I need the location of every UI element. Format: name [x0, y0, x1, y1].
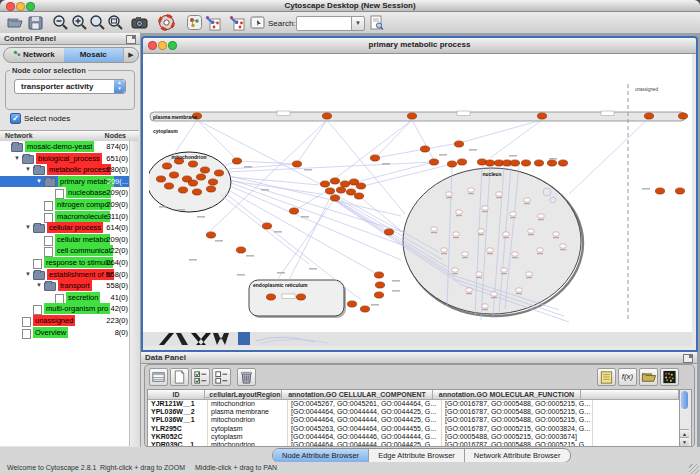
- search-dropdown-button[interactable]: ▼: [351, 16, 365, 31]
- zoom-selected-icon[interactable]: [107, 14, 124, 31]
- tree-row[interactable]: ▼cellular process614(0): [0, 222, 139, 234]
- scroll-down-arrow[interactable]: ▼: [680, 437, 689, 446]
- tree-row[interactable]: response to stimulu264(0): [0, 257, 139, 269]
- tree-row[interactable]: ▼metabolic process280(0): [0, 164, 139, 176]
- expand-arrow-icon[interactable]: ▼: [25, 269, 33, 280]
- help-ring-icon[interactable]: [158, 14, 175, 31]
- tree-row[interactable]: nucleobase-209(0): [0, 187, 139, 199]
- tab-edge-attribute-browser[interactable]: Edge Attribute Browser: [369, 449, 465, 462]
- open-file-icon[interactable]: [6, 14, 23, 31]
- gene-node: [178, 187, 187, 193]
- tree-row[interactable]: macromolecule311(0): [0, 211, 139, 223]
- table-scrollbar-thumb[interactable]: [681, 391, 688, 409]
- tab-mosaic[interactable]: Mosaic: [64, 48, 124, 62]
- tree-row-label: cell communicat: [55, 245, 113, 256]
- table-row[interactable]: YJR121W__1mitochondrion[GO:0045267, GO:0…: [148, 400, 679, 408]
- browser-tabs-bar: Node Attribute BrowserEdge Attribute Bro…: [0, 447, 700, 462]
- tree-row[interactable]: Overview8(0): [0, 327, 139, 339]
- notepad-icon[interactable]: [597, 368, 616, 386]
- table-cell: mitochondrion: [208, 400, 288, 408]
- unselect-attributes-icon[interactable]: [212, 368, 231, 386]
- file-icon: [33, 259, 42, 269]
- tree-row-count: 209(0): [106, 199, 128, 211]
- attribute-matrix-icon[interactable]: [660, 368, 679, 386]
- select-nodes-checkbox[interactable]: ✓: [10, 113, 21, 124]
- expand-arrow-icon[interactable]: ▼: [25, 164, 33, 175]
- tree-scrollbar[interactable]: [129, 141, 140, 446]
- map-node-attributes-icon[interactable]: [204, 14, 221, 31]
- annotation-icon[interactable]: [249, 14, 266, 31]
- attribute-table[interactable]: ID_cellularLayoutRegionannotation.GO CEL…: [147, 389, 680, 447]
- delete-attribute-icon[interactable]: [237, 368, 256, 386]
- function-builder-icon[interactable]: f(x): [618, 368, 637, 386]
- column-header[interactable]: annotation.GO CELLULAR_COMPONENT: [282, 390, 433, 399]
- tree-row-count: 209(0): [106, 234, 128, 246]
- gene-node: [429, 159, 438, 165]
- table-row[interactable]: YPL036W__1mitochondrion[GO:0044464, GO:0…: [148, 416, 679, 424]
- tree-row[interactable]: ▼transport558(0): [0, 280, 139, 292]
- file-icon: [22, 329, 31, 339]
- tree-row[interactable]: multi-organism pro42(0): [0, 303, 139, 315]
- table-row[interactable]: YLR295Ccytoplasm[GO:0045263, GO:0044464,…: [148, 425, 679, 433]
- float-panel-icon[interactable]: [126, 35, 136, 44]
- tab-network[interactable]: Network: [4, 48, 64, 62]
- data-panel-float-icon[interactable]: [683, 354, 693, 363]
- snapshot-icon[interactable]: [131, 14, 148, 31]
- expand-arrow-icon[interactable]: ▼: [36, 176, 44, 187]
- dropdown-value: transporter activity: [21, 82, 93, 91]
- gene-node: [330, 195, 339, 201]
- select-attributes-icon[interactable]: [191, 368, 210, 386]
- tab-overflow-arrow[interactable]: ▶: [123, 48, 138, 62]
- expand-arrow-icon[interactable]: ▼: [14, 153, 22, 164]
- tree-row[interactable]: secretion41(0): [0, 292, 139, 304]
- search-input[interactable]: [296, 16, 356, 31]
- zoom-out-icon[interactable]: [52, 14, 69, 31]
- map-edge-attributes-icon[interactable]: [228, 14, 245, 31]
- column-header[interactable]: _cellularLayoutRegion: [205, 390, 282, 399]
- tree-row-label: establishment of lo: [47, 269, 114, 280]
- gene-node: [384, 229, 393, 235]
- tree-row[interactable]: ▼establishment of lo558(0): [0, 269, 139, 281]
- background-window-strip: [143, 332, 692, 346]
- network-window-titlebar[interactable]: primary metabolic process: [143, 38, 696, 54]
- gene-node: [374, 292, 383, 298]
- gene-node: [206, 232, 215, 238]
- cytoscape-window: Cytoscape Desktop (New Session) Search: …: [0, 0, 700, 474]
- tree-row[interactable]: ▼primary metabo209(...: [0, 176, 139, 188]
- column-header[interactable]: [581, 390, 679, 399]
- gene-node: [188, 161, 197, 167]
- tree-row[interactable]: ▼biological_process651(0): [0, 153, 139, 165]
- table-row[interactable]: YKR052Ccytoplasm[GO:0044464, GO:0044446,…: [148, 433, 679, 441]
- zoom-in-icon[interactable]: [71, 14, 88, 31]
- column-header[interactable]: ID: [148, 390, 205, 399]
- gene-node: [289, 208, 298, 214]
- color-attribute-dropdown[interactable]: transporter activity ▲▼: [14, 79, 126, 94]
- save-icon[interactable]: [27, 14, 44, 31]
- network-canvas[interactable]: plasma membranecytoplasmmitochondrionnuc…: [143, 54, 692, 332]
- tree-row[interactable]: nitrogen compo209(0): [0, 199, 139, 211]
- tree-row[interactable]: unassigned223(0): [0, 315, 139, 327]
- network-tree: mosaic-demo-yeast874(0)▼biological_proce…: [0, 141, 139, 446]
- resize-grip[interactable]: [689, 464, 699, 474]
- tree-row[interactable]: cellular metabo209(0): [0, 234, 139, 246]
- tree-row[interactable]: cell communicat22(0): [0, 245, 139, 257]
- expand-arrow-icon[interactable]: ▼: [36, 280, 44, 291]
- expand-arrow-icon[interactable]: ▼: [25, 222, 33, 233]
- vizmapper-icon[interactable]: [186, 14, 203, 31]
- select-all-icon[interactable]: [149, 368, 168, 386]
- zoom-fit-icon[interactable]: [89, 14, 106, 31]
- tree-row-count: 22(0): [110, 245, 128, 257]
- table-cell: [GO:0044464, GO:0044444, GO:0044425, G..…: [288, 408, 442, 416]
- tree-row-label: response to stimulu: [44, 257, 113, 268]
- table-scrollbar[interactable]: ▲ ▼: [679, 389, 692, 447]
- tree-row[interactable]: mosaic-demo-yeast874(0): [0, 141, 139, 153]
- import-attributes-icon[interactable]: [639, 368, 658, 386]
- gene-node: [558, 160, 567, 166]
- tree-row-count: 280(0): [106, 164, 128, 176]
- tab-network-attribute-browser[interactable]: Network Attribute Browser: [465, 449, 570, 462]
- new-attribute-icon[interactable]: [170, 368, 189, 386]
- column-header[interactable]: annotation.GO MOLECULAR_FUNCTION: [433, 390, 581, 399]
- table-row[interactable]: YPL036W__2plasma membrane[GO:0044464, GO…: [148, 408, 679, 416]
- search-options-icon[interactable]: [368, 14, 385, 31]
- tab-node-attribute-browser[interactable]: Node Attribute Browser: [273, 449, 369, 462]
